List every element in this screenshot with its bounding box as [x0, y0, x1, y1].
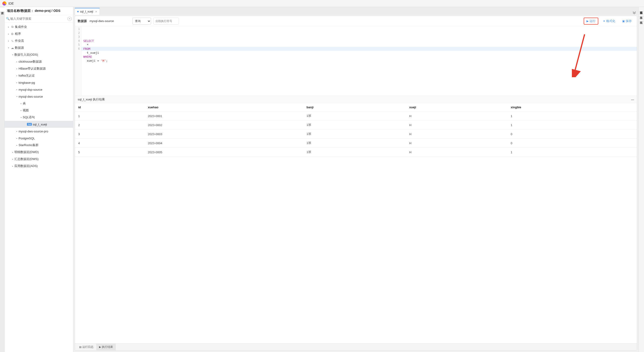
tree-item-mysql-dws-source-pro[interactable]: ▸mysql-dws-source-pro	[5, 128, 73, 135]
tree-twisty-icon: ▸	[11, 151, 14, 153]
collapse-tabs-icon[interactable]	[632, 11, 636, 15]
tree-twisty-icon: ▸	[16, 130, 18, 132]
add-icon[interactable]: ＋	[68, 17, 72, 21]
tree-item-label: 表	[23, 101, 26, 105]
format-button[interactable]: ✦ 格式化	[600, 18, 618, 24]
tree-twisty-icon: ▾	[20, 116, 22, 118]
search-input[interactable]	[10, 16, 68, 21]
tree-item-集成作业[interactable]: ▸⧉集成作业	[5, 23, 73, 30]
search-icon: 🔍	[6, 17, 10, 20]
col-xuehao[interactable]: xuehao	[144, 103, 303, 111]
play-icon: ▶	[586, 19, 588, 23]
table-row[interactable]: 22023-00021班H1	[75, 121, 637, 130]
tree-item-label: 作业流	[15, 39, 24, 43]
tree-twisty-icon: ▸	[11, 158, 14, 160]
col-xingbie[interactable]: xingbie	[507, 103, 637, 111]
tree-item-label: 视图	[23, 108, 29, 112]
tree-twisty-icon: ▾	[7, 47, 10, 49]
tree-node-icon: ⧉	[10, 25, 14, 29]
tree-item-label: kingbase-pg	[18, 81, 35, 84]
tree-node-icon: ∿	[10, 39, 14, 43]
tree-twisty-icon: ▸	[16, 61, 18, 63]
table-row[interactable]: 32023-00031班H0	[75, 130, 637, 139]
tree-twisty-icon: ▸	[7, 26, 10, 28]
editor-area: sql_t_xueji ✕ 数据源 mysql-dws-source 查询	[73, 7, 638, 352]
tree-twisty-icon: ▸	[16, 137, 18, 139]
table-row[interactable]: 42023-00041班H0	[75, 139, 637, 148]
tree-item-数据引入层(ODS)[interactable]: ▾数据引入层(ODS)	[5, 51, 73, 58]
tree-item-数据源[interactable]: ▾☁数据源	[5, 44, 73, 51]
tree-item-label: StarRocks集群	[18, 143, 38, 147]
datasource-name: mysql-dws-source	[90, 19, 114, 23]
tree-item-作业流[interactable]: ▸∿作业流	[5, 37, 73, 44]
tab-title: sql_t_xueji	[80, 10, 93, 13]
col-id[interactable]: id	[75, 103, 144, 111]
tree-item-label: 明细数据层(DWD)	[14, 150, 39, 154]
right-tab-version[interactable]: 版本	[639, 12, 644, 17]
tree-item-label: clickhouse数据源	[18, 60, 42, 64]
tree-item-label: 汇总数据层(DWS)	[14, 157, 38, 161]
save-icon: ▣	[622, 19, 625, 23]
right-tab-draft[interactable]: 草稿	[639, 17, 644, 21]
left-rail-resource-tab[interactable]: 资源	[0, 7, 5, 12]
save-button[interactable]: ▣ 保存	[620, 18, 634, 24]
tree-item-label: PostgreSQL	[18, 137, 35, 140]
table-row[interactable]: 52023-00051班H1	[75, 148, 637, 157]
minimize-result-icon[interactable]: —	[631, 98, 634, 101]
code-content[interactable]: SELECT *FROM t_xuejiWHERE xueji = 'H';	[82, 26, 637, 96]
run-button[interactable]: ▶ 运行	[584, 18, 598, 24]
tree-item-kingbase-pg[interactable]: ▸kingbase-pg	[5, 79, 73, 86]
table-row[interactable]: 12023-00011班H1	[75, 111, 637, 121]
tree-item-汇总数据层(DWS)[interactable]: ▸汇总数据层(DWS)	[5, 156, 73, 163]
col-xueji[interactable]: xueji	[406, 103, 507, 111]
tree-item-mysql-dsp-source[interactable]: ▸mysql-dsp-source	[5, 86, 73, 93]
tree-item-label: kafka无认证	[18, 73, 35, 78]
app-logo-icon	[2, 1, 6, 5]
left-rail: 资源	[0, 7, 5, 352]
tree-item-label: 数据源	[15, 46, 24, 50]
tab-sql-t-xueji[interactable]: sql_t_xueji ✕	[75, 8, 100, 15]
tree-item-明细数据层(DWD)[interactable]: ▸明细数据层(DWD)	[5, 149, 73, 156]
tree-item-应用数据层(ADS)[interactable]: ▸应用数据层(ADS)	[5, 163, 73, 170]
query-mode-select[interactable]: 查询	[132, 18, 151, 24]
tree-twisty-icon: ▸	[16, 82, 18, 84]
tree-item-kafka无认证[interactable]: ▸kafka无认证	[5, 72, 73, 79]
tree-item-label: mysql-dws-source-pro	[18, 130, 48, 133]
tree-item-PostgreSQL[interactable]: ▸PostgreSQL	[5, 135, 73, 142]
tree-item-视图[interactable]: ▸视图	[5, 107, 73, 114]
tree-item-clickhouse数据源[interactable]: ▸clickhouse数据源	[5, 58, 73, 65]
tab-exec-result[interactable]: ▶ 执行结果	[96, 344, 116, 351]
tab-close-icon[interactable]: ✕	[95, 10, 97, 13]
datasource-label: 数据源	[78, 19, 87, 23]
tree-twisty-icon: ▸	[7, 33, 10, 35]
tree-item-label: HBase带认证数据源	[18, 66, 46, 71]
code-editor[interactable]: 123456 SELECT *FROM t_xuejiWHERE xueji =…	[75, 26, 637, 96]
right-tab-general-config[interactable]: 通用配置	[639, 7, 644, 12]
tree-item-sql_t_xueji[interactable]: Sqlsql_t_xueji	[5, 121, 73, 128]
title-bar: IDE	[0, 0, 644, 7]
right-rail: 通用配置 版本 草稿	[638, 7, 644, 352]
tree-item-程序[interactable]: ▸⚙程序	[5, 30, 73, 37]
tree-item-mysql-dws-source[interactable]: ▾mysql-dws-source	[5, 93, 73, 100]
tree-twisty-icon: ▸	[7, 40, 10, 42]
tree-item-表[interactable]: ▸表	[5, 100, 73, 107]
tree-node-icon: ⚙	[10, 32, 14, 36]
code-gutter: 123456	[75, 26, 82, 96]
tree-item-SQL语句[interactable]: ▾SQL语句	[5, 114, 73, 121]
search-row: 🔍 ＋	[5, 15, 73, 22]
app-title: IDE	[8, 1, 14, 5]
tree-twisty-icon: ▸	[20, 109, 22, 111]
tree-twisty-icon: ▸	[16, 144, 18, 146]
play-small-icon: ▶	[99, 346, 101, 349]
tree-item-label: mysql-dws-source	[18, 95, 43, 98]
tree-twisty-icon: ▸	[16, 68, 18, 70]
tree-item-StarRocks集群[interactable]: ▸StarRocks集群	[5, 142, 73, 149]
tree-item-label: 程序	[15, 32, 21, 36]
tree-item-HBase带认证数据源[interactable]: ▸HBase带认证数据源	[5, 65, 73, 72]
result-title: sql_t_xueji 执行结果	[78, 97, 105, 102]
result-header: sql_t_xueji 执行结果 —	[75, 96, 637, 103]
segment-exec-input[interactable]	[153, 18, 179, 24]
tab-run-log[interactable]: ▤ 运行日志	[76, 344, 96, 351]
col-banji[interactable]: banji	[303, 103, 406, 111]
bottom-tabs: ▤ 运行日志 ▶ 执行结果	[75, 344, 637, 351]
